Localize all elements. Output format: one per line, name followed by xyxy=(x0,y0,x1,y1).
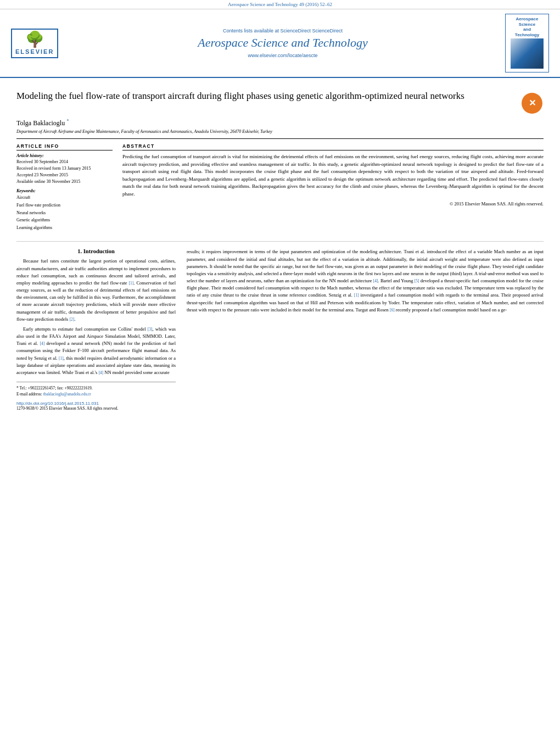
footnote-area: * Tel.: +902222261457; fax: +90222222161… xyxy=(16,382,176,411)
affiliation-text: Department of Aircraft Airframe and Engi… xyxy=(16,129,544,134)
ast-logo-text: AerospaceScienceandTechnology xyxy=(515,16,539,37)
journal-header: 🌳 ELSEVIER Contents lists available at S… xyxy=(0,9,560,78)
footnote-contact: * Tel.: +902222261457; fax: +90222222161… xyxy=(16,385,176,391)
keywords-label: Keywords: xyxy=(16,188,113,193)
ast-journal-thumbnail xyxy=(511,38,544,69)
keyword-5: Learning algorithms xyxy=(16,224,113,232)
sciencedirect-link[interactable]: ScienceDirect xyxy=(312,28,343,34)
paper-body: Modeling the fuel flow-rate of transport… xyxy=(0,78,560,421)
received-revised-date: Received in revised form 13 January 2015 xyxy=(16,165,113,172)
article-columns: ARTICLE INFO Article history: Received 3… xyxy=(16,138,544,235)
article-info: ARTICLE INFO Article history: Received 3… xyxy=(16,143,113,235)
copyright-line: © 2015 Elsevier Masson SAS. All rights r… xyxy=(122,201,544,207)
email-label: E-mail address: xyxy=(16,392,42,397)
email-link[interactable]: tbaklacioglu@anadolu.edu.tr xyxy=(43,392,91,397)
para-right-1: results; it requires improvement in term… xyxy=(187,248,544,314)
cite-4b[interactable]: [4] xyxy=(98,370,103,375)
keywords-group: Keywords: Aircraft Fuel flow-rate predic… xyxy=(16,188,113,231)
keywords-list: Aircraft Fuel flow-rate prediction Neura… xyxy=(16,194,113,231)
abstract-label: ABSTRACT xyxy=(122,143,544,150)
keyword-3: Neural networks xyxy=(16,209,113,217)
abstract-text: Predicting the fuel consumption of trans… xyxy=(122,153,544,198)
elsevier-logo-box: 🌳 ELSEVIER xyxy=(11,29,58,58)
paper-title-row: Modeling the fuel flow-rate of transport… xyxy=(16,90,544,115)
section-separator xyxy=(16,241,544,242)
section1-columns: 1. Introduction Because fuel rates const… xyxy=(16,248,544,410)
available-date: Available online 30 November 2015 xyxy=(16,178,113,185)
cite-5[interactable]: [5] xyxy=(415,278,419,283)
section1-right: results; it requires improvement in term… xyxy=(187,248,544,410)
history-label: Article history: xyxy=(16,153,113,158)
noted-word: noted xyxy=(16,355,27,361)
paper-title: Modeling the fuel flow-rate of transport… xyxy=(16,90,522,102)
cite-1[interactable]: [1] xyxy=(129,281,134,286)
elsevier-logo: 🌳 ELSEVIER xyxy=(11,29,60,58)
ast-logo-box: AerospaceScienceandTechnology xyxy=(505,14,549,72)
cite-6[interactable]: [6] xyxy=(390,308,395,313)
keyword-1: Aircraft xyxy=(16,194,113,202)
accepted-date: Accepted 23 November 2015 xyxy=(16,172,113,178)
section1-left: 1. Introduction Because fuel rates const… xyxy=(16,248,176,410)
elsevier-brand-text: ELSEVIER xyxy=(15,48,54,55)
author-sup: * xyxy=(66,118,69,124)
crossmark-icon: ✕ xyxy=(522,93,542,114)
journal-center: Contents lists available at ScienceDirec… xyxy=(60,28,505,58)
para-2: Early attempts to estimate fuel consumpt… xyxy=(16,326,176,376)
article-history-group: Article history: Received 30 September 2… xyxy=(16,153,113,185)
section1-right-text: results; it requires improvement in term… xyxy=(187,248,544,314)
section1-heading: 1. Introduction xyxy=(16,248,176,254)
cite-1c[interactable]: [1] xyxy=(354,293,359,298)
cite-3[interactable]: [3] xyxy=(148,327,153,332)
doi-link[interactable]: http://dx.doi.org/10.1016/j.ast.2015.11.… xyxy=(16,401,99,406)
journal-url[interactable]: www.elsevier.com/locate/aescte xyxy=(248,53,317,58)
issn-text: 1270-9638/© 2015 Elsevier Masson SAS. Al… xyxy=(16,406,176,411)
cite-1b[interactable]: [1] xyxy=(59,356,64,361)
footnote-email: E-mail address: tbaklacioglu@anadolu.edu… xyxy=(16,391,176,397)
received-date: Received 30 September 2014 xyxy=(16,159,113,165)
keyword-2: Fuel flow-rate prediction xyxy=(16,202,113,209)
cite-4c[interactable]: [4] xyxy=(373,278,378,283)
journal-reference-text: Aerospace Science and Technology 49 (201… xyxy=(228,2,332,7)
crossmark-badge: ✕ xyxy=(522,93,544,115)
article-info-label: ARTICLE INFO xyxy=(16,143,113,150)
section1-left-text: Because fuel rates constitute the larges… xyxy=(16,258,176,376)
abstract-section: ABSTRACT Predicting the fuel consumption… xyxy=(122,143,544,235)
para-1: Because fuel rates constitute the larges… xyxy=(16,258,176,323)
keyword-4: Genetic algorithms xyxy=(16,216,113,224)
author-name: Tolga Baklacioglu xyxy=(16,119,65,127)
author-line: Tolga Baklacioglu * xyxy=(16,118,544,127)
cite-2[interactable]: [2] xyxy=(70,317,75,322)
cite-4a[interactable]: [4] xyxy=(40,341,45,346)
journal-title: Aerospace Science and Technology xyxy=(71,36,494,50)
journal-reference-bar: Aerospace Science and Technology 49 (201… xyxy=(0,0,560,9)
sciencedirect-text: Contents lists available at ScienceDirec… xyxy=(71,28,494,34)
elsevier-tree-icon: 🌳 xyxy=(25,32,44,47)
